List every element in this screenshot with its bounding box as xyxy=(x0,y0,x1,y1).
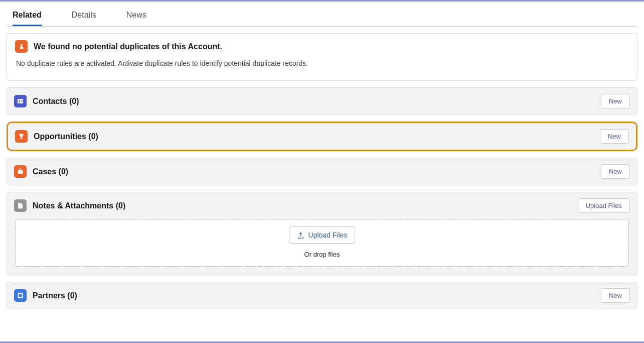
opportunities-icon xyxy=(15,130,28,143)
contacts-icon xyxy=(14,95,27,107)
svg-point-2 xyxy=(19,100,20,102)
upload-dropzone[interactable]: Upload Files Or drop files xyxy=(15,219,629,267)
account-icon xyxy=(15,40,28,53)
upload-icon xyxy=(297,232,304,239)
duplicates-title: We found no potential duplicates of this… xyxy=(34,42,222,51)
notes-upload-button[interactable]: Upload Files xyxy=(578,198,630,213)
partners-new-button[interactable]: New xyxy=(601,288,630,303)
notes-section: Notes & Attachments (0) Upload Files Upl… xyxy=(7,192,637,275)
svg-rect-4 xyxy=(21,101,23,102)
tab-related[interactable]: Related xyxy=(13,5,42,26)
cases-section: Cases (0) New xyxy=(7,158,637,185)
notes-title[interactable]: Notes & Attachments (0) xyxy=(33,201,578,210)
cases-new-button[interactable]: New xyxy=(601,164,630,179)
contacts-title[interactable]: Contacts (0) xyxy=(33,97,601,106)
cases-icon xyxy=(14,165,27,178)
svg-rect-9 xyxy=(19,294,22,297)
duplicates-card: We found no potential duplicates of this… xyxy=(7,33,637,81)
notes-icon xyxy=(14,199,27,212)
tab-news[interactable]: News xyxy=(126,5,146,26)
opportunities-new-button[interactable]: New xyxy=(600,129,629,144)
duplicates-subtitle: No duplicate rules are activated. Activa… xyxy=(7,59,637,80)
tab-bar: Related Details News xyxy=(7,2,637,27)
svg-rect-7 xyxy=(18,170,23,174)
svg-rect-6 xyxy=(20,138,23,139)
partners-icon xyxy=(14,289,27,302)
svg-point-0 xyxy=(21,44,23,46)
contacts-section: Contacts (0) New xyxy=(7,87,637,115)
partners-title[interactable]: Partners (0) xyxy=(33,291,601,300)
svg-rect-5 xyxy=(21,137,22,138)
contacts-new-button[interactable]: New xyxy=(601,94,630,108)
opportunities-section: Opportunities (0) New xyxy=(7,122,637,151)
partners-section: Partners (0) New xyxy=(7,282,637,309)
cases-title[interactable]: Cases (0) xyxy=(33,167,601,176)
upload-files-label: Upload Files xyxy=(308,231,348,239)
drop-files-text: Or drop files xyxy=(16,251,628,258)
opportunities-title[interactable]: Opportunities (0) xyxy=(34,132,600,141)
tab-details[interactable]: Details xyxy=(72,5,96,26)
upload-files-button[interactable]: Upload Files xyxy=(289,226,356,244)
svg-rect-3 xyxy=(21,100,23,101)
